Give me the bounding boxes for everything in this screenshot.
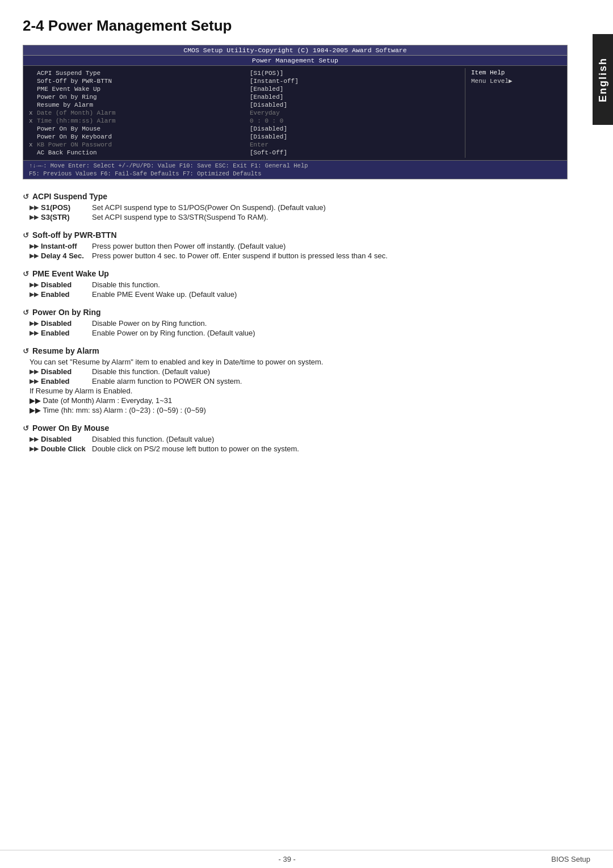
section-note-resume-by-alarm-3: ▶▶ Time (hh: mm: ss) Alarm : (0~23) : (0… xyxy=(23,406,568,414)
bios-value-4: [Disabled] xyxy=(250,101,459,109)
bottom-bar: - 39 - BIOS Setup xyxy=(0,850,613,868)
bullet-item-power-on-by-ring-0: ▶▶DisabledDisable Power on by Ring funct… xyxy=(23,319,568,328)
bullet-label-power-on-by-mouse-0: Disabled xyxy=(41,435,92,443)
bios-setup-label: BIOS Setup xyxy=(551,855,590,863)
bios-footer: ↑↓→←: Move Enter: Select +/-/PU/PD: Valu… xyxy=(23,160,567,179)
section-title-resume-by-alarm: Resume by Alarm xyxy=(23,346,568,355)
bullet-desc-acpi-suspend-type-0: Set ACPI suspend type to S1/POS(Power On… xyxy=(92,203,568,212)
bios-value-8: [Disabled] xyxy=(250,133,459,141)
section-note-resume-by-alarm-1: If Resume by Alarm is Enabled. xyxy=(23,387,568,395)
section-title-power-on-by-ring: Power On by Ring xyxy=(23,308,568,317)
bios-help-sub: Menu Level▶ xyxy=(471,77,561,85)
bios-row-label-8: Power On By Keyboard xyxy=(37,133,238,140)
bullet-label-soft-off-pwr-bttn-1: Delay 4 Sec. xyxy=(41,251,92,260)
section-note-resume-by-alarm-2: ▶▶ Date (of Month) Alarm : Everyday, 1~3… xyxy=(23,396,568,405)
bios-row-prefix-1 xyxy=(29,78,37,85)
bullet-arrow-resume-by-alarm-0: ▶▶ xyxy=(30,368,39,376)
bullet-item-pme-event-wake-up-1: ▶▶EnabledEnable PME Event Wake up. (Defa… xyxy=(23,290,568,299)
bios-row-label-1: Soft-Off by PWR-BTTN xyxy=(37,78,238,85)
bullet-label-power-on-by-ring-0: Disabled xyxy=(41,319,92,328)
section-power-on-by-mouse: Power On By Mouse▶▶DisabledDisabled this… xyxy=(23,423,568,453)
bios-row-6: xTime (hh:mm:ss) Alarm xyxy=(29,117,238,125)
bullet-label-resume-by-alarm-1: Enabled xyxy=(41,377,92,385)
page-number: - 39 - xyxy=(279,855,296,863)
bios-row-label-4: Resume by Alarm xyxy=(37,102,238,108)
bullet-desc-power-on-by-mouse-0: Disabled this function. (Default value) xyxy=(92,435,568,443)
bios-row-prefix-10 xyxy=(29,149,37,156)
bullet-desc-resume-by-alarm-0: Disable this function. (Default value) xyxy=(92,367,568,376)
bullet-arrow-soft-off-pwr-bttn-1: ▶▶ xyxy=(30,252,39,260)
section-power-on-by-ring: Power On by Ring▶▶DisabledDisable Power … xyxy=(23,308,568,337)
bullet-item-resume-by-alarm-1: ▶▶EnabledEnable alarm function to POWER … xyxy=(23,377,568,385)
bullet-desc-soft-off-pwr-bttn-0: Press power button then Power off instan… xyxy=(92,242,568,250)
bullet-item-power-on-by-mouse-0: ▶▶DisabledDisabled this function. (Defau… xyxy=(23,435,568,443)
bullet-item-pme-event-wake-up-0: ▶▶DisabledDisable this function. xyxy=(23,280,568,289)
section-title-pme-event-wake-up: PME Event Wake Up xyxy=(23,269,568,278)
bios-row-label-2: PME Event Wake Up xyxy=(37,86,238,93)
bios-row-label-10: AC Back Function xyxy=(37,149,238,156)
bios-row-label-0: ACPI Suspend Type xyxy=(37,70,238,77)
bios-value-9: Enter xyxy=(250,141,459,149)
bios-value-0: [S1(POS)] xyxy=(250,69,459,77)
bullet-label-power-on-by-mouse-1: Double Click xyxy=(41,445,92,453)
bullet-item-acpi-suspend-type-0: ▶▶S1(POS)Set ACPI suspend type to S1/POS… xyxy=(23,203,568,212)
bios-row-prefix-7 xyxy=(29,125,37,132)
bios-right-panel: [S1(POS)][Instant-off][Enabled][Enabled]… xyxy=(244,68,465,158)
bios-row-prefix-5: x xyxy=(29,110,37,116)
bullet-item-soft-off-pwr-bttn-1: ▶▶Delay 4 Sec.Press power button 4 sec. … xyxy=(23,251,568,260)
bullet-desc-power-on-by-ring-0: Disable Power on by Ring function. xyxy=(92,319,568,328)
bios-row-prefix-3 xyxy=(29,94,37,100)
bullet-arrow-power-on-by-ring-0: ▶▶ xyxy=(30,320,39,328)
bios-row-3: Power On by Ring xyxy=(29,93,238,101)
bios-header-sub: Power Management Setup xyxy=(23,56,567,66)
bios-row-label-9: KB Power ON Password xyxy=(37,141,238,148)
bios-row-7: Power On By Mouse xyxy=(29,125,238,133)
bios-box: CMOS Setup Utility-Copyright (C) 1984-20… xyxy=(23,45,568,179)
bios-value-3: [Enabled] xyxy=(250,93,459,101)
section-resume-by-alarm: Resume by AlarmYou can set "Resume by Al… xyxy=(23,346,568,414)
bullet-label-resume-by-alarm-0: Disabled xyxy=(41,367,92,376)
bios-row-prefix-2 xyxy=(29,86,37,93)
bullet-desc-acpi-suspend-type-1: Set ACPI suspend type to S3/STR(Suspend … xyxy=(92,213,568,221)
bios-row-9: xKB Power ON Password xyxy=(29,141,238,149)
bios-row-label-6: Time (hh:mm:ss) Alarm xyxy=(37,118,238,124)
bios-row-prefix-4 xyxy=(29,102,37,108)
bios-left-panel: ACPI Suspend TypeSoft-Off by PWR-BTTNPME… xyxy=(23,68,244,158)
section-title-acpi-suspend-type: ACPI Suspend Type xyxy=(23,192,568,201)
bullet-item-acpi-suspend-type-1: ▶▶S3(STR)Set ACPI suspend type to S3/STR… xyxy=(23,213,568,221)
bios-row-1: Soft-Off by PWR-BTTN xyxy=(29,77,238,85)
bullet-desc-power-on-by-mouse-1: Double click on PS/2 mouse left button t… xyxy=(92,445,568,453)
bullet-item-power-on-by-mouse-1: ▶▶Double ClickDouble click on PS/2 mouse… xyxy=(23,445,568,453)
section-acpi-suspend-type: ACPI Suspend Type▶▶S1(POS)Set ACPI suspe… xyxy=(23,192,568,221)
page-title: 2-4 Power Management Setup xyxy=(23,17,568,35)
bios-row-label-5: Date (of Month) Alarm xyxy=(37,110,238,116)
section-note-resume-by-alarm-0: You can set "Resume by Alarm" item to en… xyxy=(23,358,568,366)
bullet-label-power-on-by-ring-1: Enabled xyxy=(41,329,92,337)
bios-value-10: [Soft-Off] xyxy=(250,149,459,157)
bullet-label-soft-off-pwr-bttn-0: Instant-off xyxy=(41,242,92,250)
section-soft-off-pwr-bttn: Soft-off by PWR-BTTN▶▶Instant-offPress p… xyxy=(23,230,568,260)
bios-row-prefix-6: x xyxy=(29,118,37,124)
bullet-desc-pme-event-wake-up-0: Disable this function. xyxy=(92,280,568,289)
bios-value-7: [Disabled] xyxy=(250,125,459,133)
bullet-label-acpi-suspend-type-0: S1(POS) xyxy=(41,203,92,212)
bullet-item-power-on-by-ring-1: ▶▶EnabledEnable Power on by Ring functio… xyxy=(23,329,568,337)
bullet-label-pme-event-wake-up-1: Enabled xyxy=(41,290,92,299)
bullet-desc-resume-by-alarm-1: Enable alarm function to POWER ON system… xyxy=(92,377,568,385)
bios-footer-line2: F5: Previous Values F6: Fail-Safe Defaul… xyxy=(29,170,561,177)
bullet-arrow-power-on-by-mouse-0: ▶▶ xyxy=(30,435,39,443)
bullet-desc-soft-off-pwr-bttn-1: Press power button 4 sec. to Power off. … xyxy=(92,251,568,260)
bios-row-10: AC Back Function xyxy=(29,149,238,157)
bullet-arrow-power-on-by-ring-1: ▶▶ xyxy=(30,329,39,337)
bios-row-8: Power On By Keyboard xyxy=(29,133,238,141)
bios-help-panel: Item Help Menu Level▶ xyxy=(465,68,567,158)
bios-row-label-3: Power On by Ring xyxy=(37,94,238,100)
bios-row-0: ACPI Suspend Type xyxy=(29,69,238,77)
bios-footer-line1: ↑↓→←: Move Enter: Select +/-/PU/PD: Valu… xyxy=(29,162,561,169)
bullet-desc-pme-event-wake-up-1: Enable PME Event Wake up. (Default value… xyxy=(92,290,568,299)
bullet-arrow-power-on-by-mouse-1: ▶▶ xyxy=(30,445,39,453)
bullet-label-pme-event-wake-up-0: Disabled xyxy=(41,280,92,289)
bios-header: CMOS Setup Utility-Copyright (C) 1984-20… xyxy=(23,45,567,56)
bios-row-prefix-8 xyxy=(29,133,37,140)
bullet-item-soft-off-pwr-bttn-0: ▶▶Instant-offPress power button then Pow… xyxy=(23,242,568,250)
